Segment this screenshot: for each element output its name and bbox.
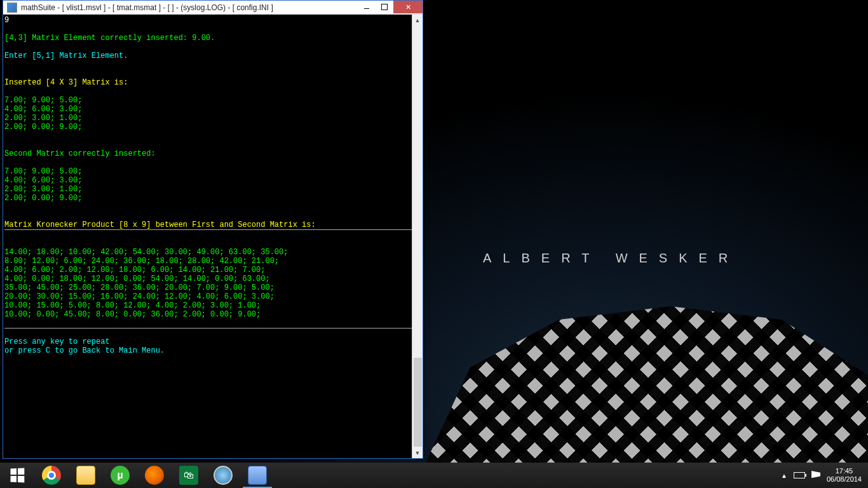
matrix-row: 10.00; 0.00; 45.00; 8.00; 0.00; 36.00; 2… bbox=[4, 310, 261, 319]
scroll-down-button[interactable]: ▼ bbox=[412, 447, 423, 458]
start-button[interactable] bbox=[0, 463, 34, 488]
matrix-row: 2.00; 3.00; 1.00; bbox=[4, 114, 82, 123]
clock[interactable]: 17:45 06/08/2014 bbox=[827, 467, 862, 484]
taskbar-item-store[interactable]: 🛍 bbox=[172, 463, 206, 488]
window-controls bbox=[358, 1, 423, 13]
wallpaper-caption: ALBERT WESKER bbox=[483, 251, 739, 266]
matrix-row: 7.00; 9.00; 5.00; bbox=[4, 96, 82, 105]
matrix-row: 4.00; 0.00; 18.00; 12.00; 0.00; 54.00; 1… bbox=[4, 274, 270, 283]
utorrent-icon: µ bbox=[111, 466, 130, 485]
matrix-row: 35.00; 45.00; 25.00; 28.00; 36.00; 20.00… bbox=[4, 283, 275, 292]
matrix-row: 2.00; 0.00; 9.00; bbox=[4, 123, 82, 132]
taskbar-item-chrome[interactable] bbox=[34, 463, 69, 488]
tray-overflow-button[interactable]: ▲ bbox=[781, 472, 787, 479]
firefox-icon bbox=[145, 466, 164, 485]
battery-icon[interactable] bbox=[794, 472, 805, 478]
taskbar-items: µ 🛍 bbox=[34, 463, 275, 488]
windows-logo-icon bbox=[11, 468, 25, 483]
matrix-row: 7.00; 9.00; 5.00; bbox=[4, 167, 82, 176]
scroll-up-button[interactable]: ▲ bbox=[412, 15, 423, 25]
console-heading: Matrix Kronecker Product [8 x 9] between… bbox=[4, 220, 316, 229]
divider bbox=[4, 229, 412, 230]
matrix-row: 8.00; 12.00; 6.00; 24.00; 36.00; 18.00; … bbox=[4, 257, 279, 266]
vertical-scrollbar[interactable]: ▲ ▼ bbox=[412, 15, 423, 458]
matrix-row: 4.00; 6.00; 3.00; bbox=[4, 105, 82, 114]
matrix-row: 10.00; 15.00; 5.00; 8.00; 12.00; 4.00; 2… bbox=[4, 301, 261, 310]
taskbar-item-firefox[interactable] bbox=[137, 463, 172, 488]
console-footer: Press any key to repeat bbox=[4, 337, 110, 346]
store-icon: 🛍 bbox=[179, 466, 198, 485]
taskbar-item-itunes[interactable] bbox=[206, 463, 240, 488]
console-footer: or press C to go Back to Main Menu. bbox=[4, 346, 165, 355]
scroll-thumb[interactable] bbox=[414, 358, 422, 447]
clock-date: 06/08/2014 bbox=[827, 475, 862, 484]
console-line: [4,3] Matrix Element correctly inserted:… bbox=[4, 34, 215, 43]
action-center-icon[interactable] bbox=[811, 471, 820, 480]
app-window: mathSuite - [ vlist1.msvl ] - [ tmat.msm… bbox=[3, 0, 423, 459]
matrix-row: 2.00; 0.00; 9.00; bbox=[4, 194, 82, 203]
divider bbox=[4, 328, 412, 329]
console-area: 9 [4,3] Matrix Element correctly inserte… bbox=[3, 15, 423, 458]
console-heading: Inserted [4 X 3] Matrix is: bbox=[4, 78, 128, 87]
console-heading: Second Matrix correctly inserted: bbox=[4, 149, 156, 158]
matrix-row: 20.00; 30.00; 15.00; 16.00; 24.00; 12.00… bbox=[4, 292, 275, 301]
matrix-row: 2.00; 3.00; 1.00; bbox=[4, 185, 82, 194]
wallpaper-figure bbox=[426, 272, 868, 463]
maximize-button[interactable] bbox=[376, 1, 393, 13]
window-title: mathSuite - [ vlist1.msvl ] - [ tmat.msm… bbox=[21, 3, 358, 12]
minimize-button[interactable] bbox=[358, 1, 376, 13]
folder-icon bbox=[76, 466, 95, 485]
console-line: Enter [5,1] Matrix Element. bbox=[4, 51, 128, 60]
taskbar: µ 🛍 ▲ 17:45 06/08/2014 bbox=[0, 463, 868, 488]
clock-time: 17:45 bbox=[827, 467, 862, 475]
matrix-row: 4.00; 6.00; 2.00; 12.00; 18.00; 6.00; 14… bbox=[4, 266, 265, 274]
taskbar-item-utorrent[interactable]: µ bbox=[103, 463, 137, 488]
close-button[interactable] bbox=[393, 1, 423, 13]
chrome-icon bbox=[42, 466, 61, 485]
matrix-row: 4.00; 6.00; 3.00; bbox=[4, 176, 82, 185]
app-icon bbox=[7, 3, 17, 13]
taskbar-item-calc[interactable] bbox=[240, 463, 275, 488]
taskbar-item-explorer[interactable] bbox=[69, 463, 103, 488]
titlebar[interactable]: mathSuite - [ vlist1.msvl ] - [ tmat.msm… bbox=[3, 1, 423, 15]
console-output[interactable]: 9 [4,3] Matrix Element correctly inserte… bbox=[3, 15, 412, 458]
console-line: 9 bbox=[4, 16, 9, 25]
itunes-icon bbox=[214, 466, 233, 485]
matrix-row: 14.00; 18.00; 10.00; 42.00; 54.00; 30.00… bbox=[4, 248, 288, 257]
calculator-icon bbox=[248, 466, 267, 485]
system-tray: ▲ 17:45 06/08/2014 bbox=[775, 463, 868, 488]
